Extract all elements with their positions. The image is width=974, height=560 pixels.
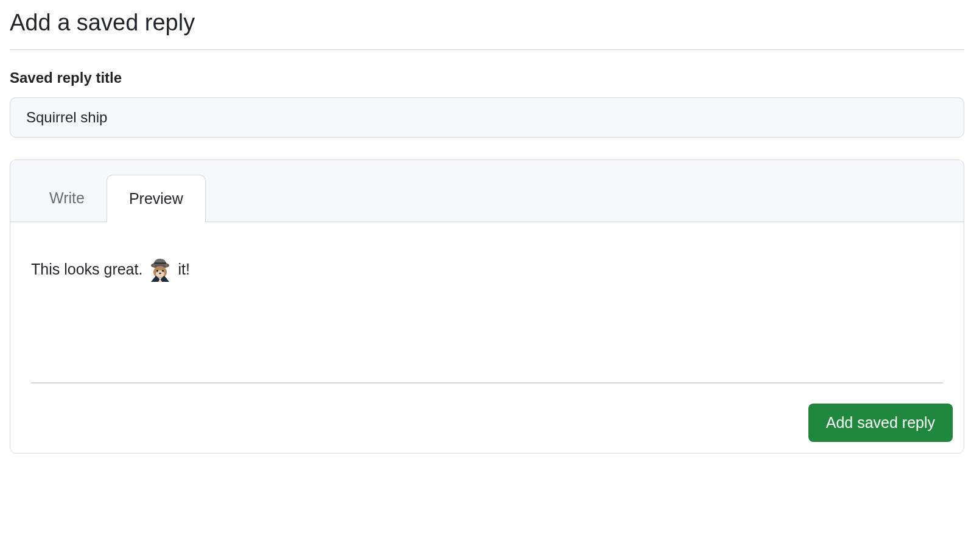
- preview-pane: This looks great.: [10, 222, 964, 393]
- svg-point-5: [162, 270, 164, 271]
- saved-reply-title-input[interactable]: [10, 97, 964, 138]
- reply-editor: Write Preview This looks great.: [10, 159, 964, 453]
- svg-rect-1: [154, 262, 166, 264]
- preview-text-after: it!: [178, 261, 189, 278]
- page-title: Add a saved reply: [10, 10, 964, 50]
- tab-preview[interactable]: Preview: [107, 175, 206, 222]
- add-saved-reply-button[interactable]: Add saved reply: [808, 404, 953, 442]
- tab-write[interactable]: Write: [27, 175, 107, 222]
- editor-tabs: Write Preview: [10, 160, 964, 222]
- preview-content: This looks great.: [31, 256, 943, 282]
- editor-footer: Add saved reply: [10, 393, 964, 453]
- preview-text-before: This looks great.: [31, 261, 142, 278]
- svg-point-6: [159, 273, 162, 275]
- shipit-squirrel-icon: [147, 256, 173, 282]
- svg-point-4: [156, 270, 158, 271]
- title-label: Saved reply title: [10, 69, 964, 86]
- preview-divider: [31, 382, 943, 383]
